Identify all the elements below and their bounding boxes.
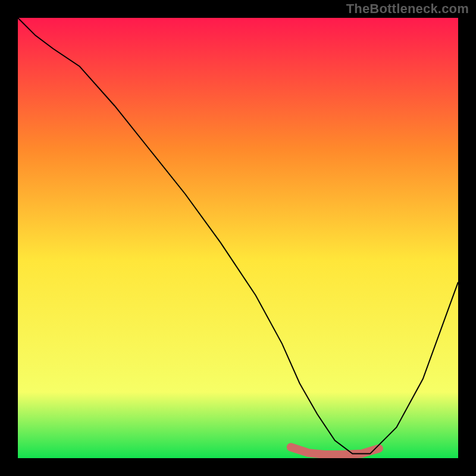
watermark-text: TheBottleneck.com bbox=[346, 1, 469, 17]
chart-svg bbox=[18, 18, 458, 458]
plot-area bbox=[18, 18, 458, 458]
chart-frame: TheBottleneck.com bbox=[0, 0, 476, 476]
gradient-background bbox=[18, 18, 458, 458]
